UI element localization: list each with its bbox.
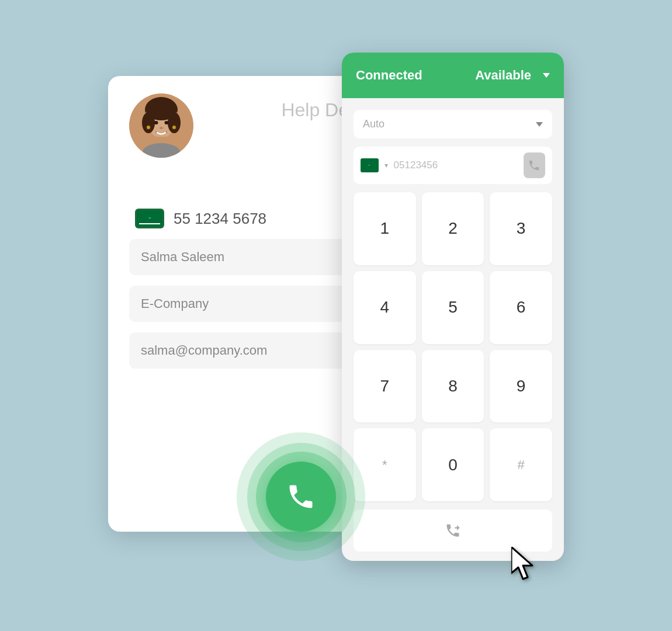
flag-small-sa[interactable]: 🇸🇦 — [361, 158, 379, 172]
call-small-button[interactable] — [524, 152, 545, 178]
contact-name-field[interactable]: Salma Saleem — [129, 239, 373, 275]
dial-key-0[interactable]: 0 — [422, 428, 484, 501]
available-dropdown-icon[interactable] — [543, 73, 550, 78]
dial-key-4[interactable]: 4 — [354, 271, 416, 344]
svg-point-8 — [165, 121, 169, 124]
dialer-header: Connected Available — [342, 53, 564, 98]
svg-point-6 — [146, 102, 176, 120]
phone-row: 🇸🇦 55 1234 5678 — [135, 209, 266, 228]
dial-key-5[interactable]: 5 — [422, 271, 484, 344]
svg-point-7 — [154, 121, 158, 124]
dial-key-3[interactable]: 3 — [490, 192, 552, 265]
svg-point-9 — [160, 127, 163, 129]
flag-small-emoji: 🇸🇦 — [368, 164, 371, 167]
dialpad: 123456789*0# — [354, 192, 552, 501]
svg-point-13 — [172, 126, 176, 129]
dial-key-6[interactable]: 6 — [490, 271, 552, 344]
contact-phone: 55 1234 5678 — [174, 210, 266, 228]
dial-key-#[interactable]: # — [490, 428, 552, 501]
status-available[interactable]: Available — [475, 68, 531, 83]
avatar — [129, 93, 193, 158]
svg-point-12 — [147, 126, 150, 129]
scene: Help Desk 🇸🇦 55 1234 5678 Salma Saleem E… — [108, 53, 564, 578]
company-field[interactable]: E-Company — [129, 286, 373, 322]
auto-dropdown-icon[interactable] — [536, 122, 543, 127]
forward-call-button[interactable] — [354, 509, 552, 552]
dial-key-8[interactable]: 8 — [422, 350, 484, 423]
dialer-body: Auto 🇸🇦 ▾ 123456789*0# — [342, 98, 564, 561]
phone-input-row: 🇸🇦 ▾ — [354, 147, 552, 184]
phone-input[interactable] — [394, 160, 518, 171]
call-main-button[interactable] — [266, 462, 336, 532]
flag-text: 🇸🇦 — [148, 217, 152, 221]
call-ripple-area — [237, 432, 365, 561]
dial-key-1[interactable]: 1 — [354, 192, 416, 265]
dialer-card: Connected Available Auto 🇸🇦 ▾ — [342, 53, 564, 561]
flag-dropdown-icon[interactable]: ▾ — [385, 161, 388, 169]
dial-key-9[interactable]: 9 — [490, 350, 552, 423]
auto-label: Auto — [363, 118, 385, 130]
dial-key-2[interactable]: 2 — [422, 192, 484, 265]
dial-key-7[interactable]: 7 — [354, 350, 416, 423]
status-connected: Connected — [356, 68, 422, 83]
flag-badge-sa: 🇸🇦 — [135, 209, 164, 228]
email-field[interactable]: salma@company.com — [129, 332, 373, 369]
auto-select[interactable]: Auto — [354, 110, 552, 138]
